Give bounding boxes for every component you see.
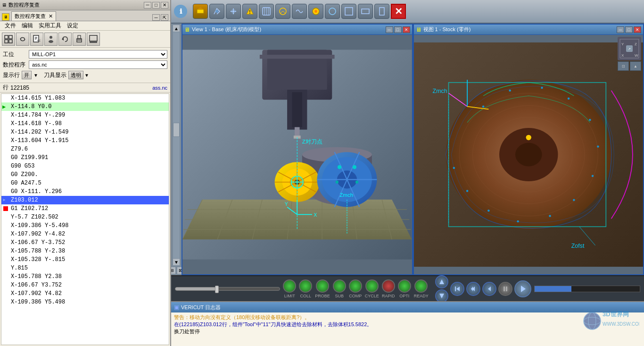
code-line[interactable]: X-109.386 Y5.498 bbox=[1, 298, 169, 306]
machine-vp-close[interactable]: ✕ bbox=[403, 26, 410, 33]
panel-restore-button[interactable]: ⇱ bbox=[161, 14, 168, 21]
code-line[interactable]: G0 Z199.991 bbox=[1, 153, 169, 162]
scroll-up-button[interactable]: ▲ bbox=[173, 25, 180, 32]
code-line[interactable]: X-105.788 Y2.38 bbox=[1, 272, 169, 281]
svg-point-32 bbox=[314, 10, 317, 13]
stock-vp-maximize[interactable]: □ bbox=[625, 26, 633, 33]
scroll-thumb[interactable] bbox=[173, 123, 180, 137]
svg-point-102 bbox=[541, 87, 543, 89]
code-line[interactable]: G0 X-111. Y.296 bbox=[1, 187, 169, 196]
scroll-down-button[interactable]: ▼ bbox=[173, 258, 180, 266]
toolbar-nc-button[interactable]: NC bbox=[30, 33, 43, 46]
code-line[interactable]: X-106.67 Y-3.752 bbox=[1, 238, 169, 247]
toolbar-print-button[interactable] bbox=[73, 33, 86, 46]
info-button[interactable]: ℹ bbox=[174, 5, 187, 18]
code-line[interactable]: X-114.202 Y-1.549 bbox=[1, 128, 169, 136]
page-prev-button[interactable]: ⊞ bbox=[171, 267, 176, 274]
rt-tool5-button[interactable] bbox=[259, 4, 274, 19]
menu-bar: 文件 编辑 实用工具 设定 bbox=[0, 21, 170, 31]
code-line[interactable]: X-106.67 Y3.752 bbox=[1, 281, 169, 289]
rt-tool9-button[interactable] bbox=[325, 4, 340, 19]
minimize-button[interactable]: ─ bbox=[144, 2, 151, 8]
menu-settings[interactable]: 设定 bbox=[64, 22, 81, 30]
stock-scene-svg: Zmch Zofst bbox=[414, 35, 644, 274]
job-row: 工位 MILL-OP1 bbox=[3, 50, 167, 59]
pause-button[interactable] bbox=[498, 282, 512, 296]
code-line[interactable]: X-105.788 Y-2.38 bbox=[1, 247, 169, 255]
rt-tool7-button[interactable] bbox=[292, 4, 307, 19]
code-line[interactable]: X-109.386 Y-5.498 bbox=[1, 221, 169, 230]
code-line[interactable]: G0 A247.5 bbox=[1, 179, 169, 187]
code-line[interactable]: X-114.615 Y1.083 bbox=[1, 94, 169, 102]
rt-tool4-button[interactable] bbox=[242, 4, 257, 19]
rt-tool1-button[interactable] bbox=[193, 4, 208, 19]
view-expand-button[interactable]: ▲ bbox=[630, 61, 641, 71]
rt-tool10-button[interactable] bbox=[341, 4, 356, 19]
toolbar-link-button[interactable] bbox=[16, 33, 29, 46]
menu-edit[interactable]: 编辑 bbox=[19, 22, 36, 30]
code-line[interactable]: X-107.902 Y4.82 bbox=[1, 289, 169, 298]
play-button[interactable] bbox=[514, 280, 531, 297]
code-line[interactable]: X-107.902 Y-4.82 bbox=[1, 230, 169, 238]
code-line[interactable]: G0 Z200. bbox=[1, 170, 169, 179]
code-line[interactable]: G1 Z102.712 bbox=[1, 204, 169, 213]
prev-button[interactable] bbox=[482, 282, 496, 296]
speed-up-button[interactable] bbox=[435, 275, 448, 288]
limit-circle[interactable] bbox=[283, 279, 296, 293]
coll-circle[interactable] bbox=[299, 279, 312, 293]
svg-text:Z对刀点: Z对刀点 bbox=[302, 138, 322, 144]
toolbar-undo-button[interactable] bbox=[58, 33, 72, 46]
code-line[interactable]: G90 G53 bbox=[1, 162, 169, 170]
cycle-circle[interactable] bbox=[365, 279, 379, 293]
rt-tool2-button[interactable] bbox=[209, 4, 224, 19]
code-line[interactable]: X-114.618 Y-.98 bbox=[1, 119, 169, 128]
comp-circle[interactable] bbox=[349, 279, 362, 293]
code-line[interactable]: X-105.328 Y-.815 bbox=[1, 255, 169, 264]
sub-circle[interactable] bbox=[333, 279, 346, 293]
code-line[interactable]: Y.815 bbox=[1, 264, 169, 272]
display-dropdown-icon[interactable]: ▼ bbox=[33, 73, 38, 78]
view-fit-button[interactable]: ⊡ bbox=[618, 61, 629, 71]
probe-circle[interactable] bbox=[316, 279, 329, 293]
code-line[interactable]: X-113.604 Y-1.915 bbox=[1, 136, 169, 145]
rt-tool6-button[interactable] bbox=[275, 4, 290, 19]
menu-tools[interactable]: 实用工具 bbox=[36, 22, 64, 30]
display-toggle-button[interactable]: 开 bbox=[22, 71, 32, 79]
machine-vp-minimize[interactable]: ─ bbox=[386, 26, 393, 33]
code-line[interactable]: ▶X-114.8 Y0.0 bbox=[1, 102, 169, 111]
step-back-button[interactable] bbox=[466, 282, 480, 296]
code-line[interactable]: ➤Z103.012 bbox=[1, 196, 169, 204]
tool-dropdown-icon[interactable]: ▼ bbox=[84, 73, 89, 78]
toolbar-people-button[interactable] bbox=[44, 33, 58, 46]
rt-close-button[interactable]: ✕ bbox=[391, 4, 406, 19]
skip-start-button[interactable] bbox=[450, 282, 464, 296]
opti-circle[interactable] bbox=[398, 279, 411, 293]
nc-select[interactable]: ass.nc bbox=[29, 60, 167, 69]
tab-nc-review[interactable]: 数控程序复查 ✕ bbox=[11, 11, 56, 21]
panel-minimize-button[interactable]: ─ bbox=[152, 14, 160, 21]
job-select[interactable]: MILL-OP1 bbox=[29, 50, 167, 59]
rt-tool8-button[interactable] bbox=[308, 4, 323, 19]
tab-close-icon[interactable]: ✕ bbox=[49, 13, 53, 19]
progress-slider[interactable] bbox=[175, 287, 280, 291]
rapid-circle[interactable] bbox=[382, 279, 395, 293]
rt-tool3-button[interactable] bbox=[226, 4, 241, 19]
machine-vp-maximize[interactable]: □ bbox=[394, 26, 402, 33]
toolbar-grid-button[interactable] bbox=[2, 33, 15, 46]
stock-vp-close[interactable]: ✕ bbox=[634, 26, 641, 33]
code-line[interactable]: Z79.6 bbox=[1, 145, 169, 153]
ready-circle[interactable] bbox=[414, 279, 428, 293]
toolbar-view-button[interactable] bbox=[87, 33, 100, 46]
speed-down-button[interactable] bbox=[435, 289, 448, 303]
rt-tool12-button[interactable] bbox=[374, 4, 389, 19]
rt-tool11-button[interactable] bbox=[358, 4, 373, 19]
menu-file[interactable]: 文件 bbox=[2, 22, 19, 30]
maximize-button[interactable]: □ bbox=[152, 2, 160, 8]
tool-display-button[interactable]: 透明 bbox=[68, 71, 83, 79]
code-line[interactable]: X-114.784 Y-.299 bbox=[1, 111, 169, 119]
line-num-file: ass.nc bbox=[152, 85, 167, 91]
close-button[interactable]: ✕ bbox=[161, 2, 168, 8]
code-line[interactable]: Y-5.7 Z102.502 bbox=[1, 213, 169, 221]
stock-vp-minimize[interactable]: ─ bbox=[617, 26, 624, 33]
slider-handle[interactable] bbox=[215, 286, 219, 293]
